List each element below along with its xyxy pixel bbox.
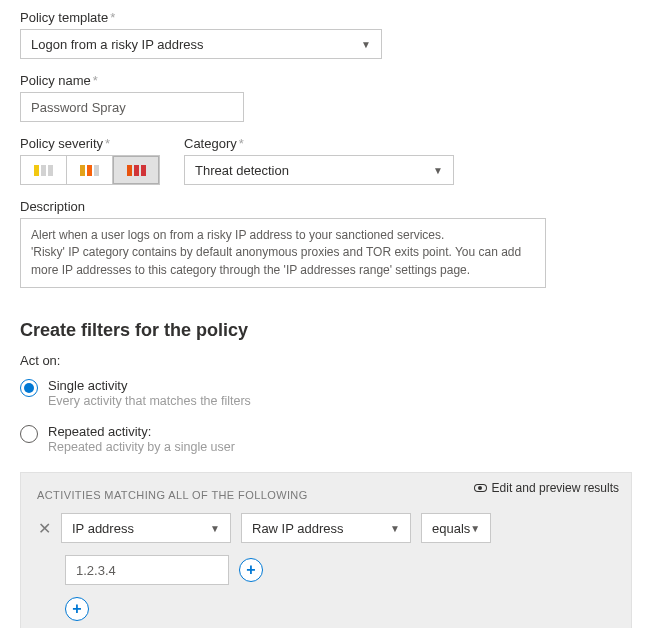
severity-toggle-group [20, 155, 160, 185]
eye-icon [474, 484, 487, 492]
add-value-button[interactable]: + [239, 558, 263, 582]
required-mark: * [110, 10, 115, 25]
remove-filter-button[interactable]: ✕ [37, 519, 51, 538]
repeated-activity-label: Repeated activity: [48, 424, 235, 439]
filters-section-title: Create filters for the policy [20, 320, 632, 341]
single-activity-label: Single activity [48, 378, 251, 393]
chevron-down-icon: ▼ [390, 523, 400, 534]
description-textarea[interactable]: Alert when a user logs on from a risky I… [20, 218, 546, 288]
category-label: Category* [184, 136, 632, 151]
description-label: Description [20, 199, 632, 214]
category-value: Threat detection [195, 163, 289, 178]
add-filter-button[interactable]: + [65, 597, 89, 621]
policy-name-label: Policy name* [20, 73, 632, 88]
single-activity-sublabel: Every activity that matches the filters [48, 394, 251, 408]
policy-severity-label: Policy severity* [20, 136, 160, 151]
required-mark: * [93, 73, 98, 88]
policy-template-select[interactable]: Logon from a risky IP address ▼ [20, 29, 382, 59]
required-mark: * [239, 136, 244, 151]
filter-panel: Edit and preview results ACTIVITIES MATC… [20, 472, 632, 628]
repeated-activity-radio[interactable] [20, 425, 38, 443]
chevron-down-icon: ▼ [361, 39, 371, 50]
severity-medium-button[interactable] [67, 156, 113, 184]
chevron-down-icon: ▼ [210, 523, 220, 534]
policy-template-value: Logon from a risky IP address [31, 37, 203, 52]
category-select[interactable]: Threat detection ▼ [184, 155, 454, 185]
severity-low-button[interactable] [21, 156, 67, 184]
filter-operator-select[interactable]: equals ▼ [421, 513, 491, 543]
chevron-down-icon: ▼ [470, 523, 480, 534]
filter-subfield-select[interactable]: Raw IP address ▼ [241, 513, 411, 543]
severity-high-button[interactable] [113, 156, 159, 184]
edit-preview-results-link[interactable]: Edit and preview results [474, 481, 619, 495]
chevron-down-icon: ▼ [433, 165, 443, 176]
filter-value-input[interactable] [65, 555, 229, 585]
act-on-label: Act on: [20, 353, 632, 368]
policy-name-input[interactable] [20, 92, 244, 122]
policy-template-label: Policy template* [20, 10, 632, 25]
required-mark: * [105, 136, 110, 151]
single-activity-radio[interactable] [20, 379, 38, 397]
filter-field-select[interactable]: IP address ▼ [61, 513, 231, 543]
repeated-activity-sublabel: Repeated activity by a single user [48, 440, 235, 454]
